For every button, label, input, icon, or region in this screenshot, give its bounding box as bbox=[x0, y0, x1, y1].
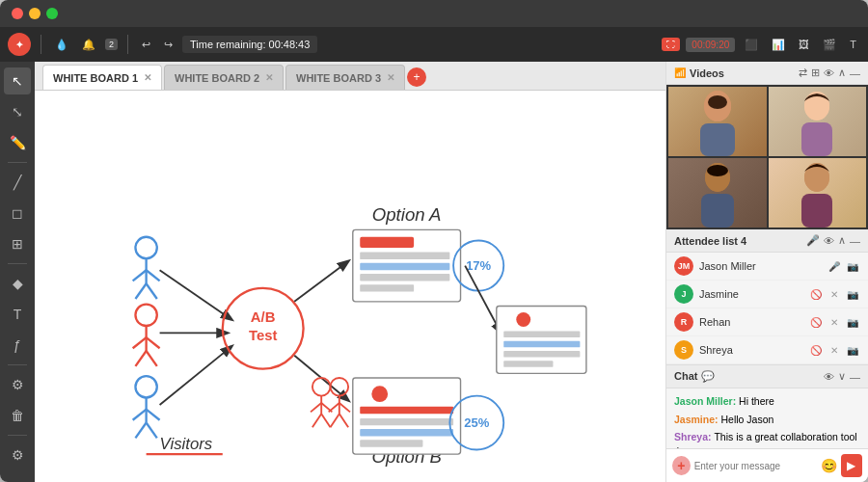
videos-grid-icon[interactable]: ⊞ bbox=[811, 67, 820, 79]
eraser-tool[interactable]: ◆ bbox=[4, 270, 31, 297]
lasso-tool[interactable]: ⤡ bbox=[4, 98, 31, 125]
svg-rect-41 bbox=[503, 332, 580, 338]
toolbar-icon-5[interactable]: T bbox=[846, 37, 860, 52]
chat-input-bar: + 😊 ▶ bbox=[666, 448, 868, 482]
cam-mute-icon-3[interactable]: ✕ bbox=[827, 314, 842, 330]
cam-mute-icon-2[interactable]: ✕ bbox=[827, 286, 842, 302]
attendee-item-3: R Rehan 🚫 ✕ 📷 bbox=[666, 308, 868, 336]
mic-mute-icon-4[interactable]: 🚫 bbox=[808, 342, 824, 358]
attendee-controls-2: 🚫 ✕ 📷 bbox=[808, 286, 860, 302]
settings-tool[interactable]: ⚙ bbox=[4, 371, 31, 398]
help-tool[interactable]: ⚙ bbox=[4, 442, 31, 469]
grid-tool[interactable]: ⊞ bbox=[4, 230, 31, 257]
chat-sender-2: Jasmine: bbox=[674, 414, 720, 425]
bell-icon[interactable]: 🔔 bbox=[78, 37, 99, 53]
chat-emoji-icon[interactable]: 😊 bbox=[821, 458, 837, 473]
chat-messages: Jason Miller: Hi there Jasmine: Hello Ja… bbox=[666, 388, 868, 448]
tabs-bar: WHITE BOARD 1 ✕ WHITE BOARD 2 ✕ WHITE BO… bbox=[35, 62, 665, 91]
svg-rect-50 bbox=[360, 429, 453, 436]
attendee-mic-icon[interactable]: 🎤 bbox=[806, 234, 820, 247]
chat-message-3: Shreya: This is a great collaboration to… bbox=[674, 430, 860, 448]
toolbar-icon-3[interactable]: 🖼 bbox=[795, 37, 813, 52]
attendee-name-3: Rehan bbox=[699, 316, 802, 328]
attendee-expand-icon[interactable]: ∧ bbox=[838, 234, 846, 247]
chat-text-2: Hello Jason bbox=[720, 414, 773, 425]
videos-shuffle-icon[interactable]: ⇄ bbox=[799, 67, 807, 79]
chat-section: Chat 💬 👁 ∨ — Jason Miller: Hi there Jasm… bbox=[666, 365, 868, 482]
text-tool[interactable]: T bbox=[4, 301, 31, 328]
attendee-list: Attendee list 4 🎤 👁 ∧ — JM Jason Miller … bbox=[666, 229, 868, 365]
chat-label: Chat 💬 bbox=[674, 370, 820, 383]
attendee-name-1: Jason Miller bbox=[699, 260, 821, 272]
chat-sender-3: Shreya: bbox=[674, 431, 714, 442]
curve-tool[interactable]: ƒ bbox=[4, 332, 31, 359]
chat-message-1: Jason Miller: Hi there bbox=[674, 394, 860, 409]
attendee-item-2: J Jasmine 🚫 ✕ 📷 bbox=[666, 281, 868, 308]
tab-close-3[interactable]: ✕ bbox=[387, 72, 394, 83]
attendee-controls-3: 🚫 ✕ 📷 bbox=[808, 314, 860, 330]
chat-add-button[interactable]: + bbox=[672, 456, 691, 475]
cam-mute-icon-4[interactable]: ✕ bbox=[827, 342, 842, 358]
svg-rect-67 bbox=[700, 123, 735, 156]
delete-tool[interactable]: 🗑 bbox=[4, 402, 31, 429]
chat-eye-icon[interactable]: 👁 bbox=[824, 371, 834, 383]
water-icon[interactable]: 💧 bbox=[51, 37, 72, 53]
attendee-eye-icon[interactable]: 👁 bbox=[824, 235, 834, 247]
tab-close-2[interactable]: ✕ bbox=[265, 72, 273, 83]
cam-icon-1[interactable]: 📷 bbox=[845, 258, 860, 274]
minimize-button[interactable] bbox=[29, 8, 41, 19]
select-tool[interactable]: ↖ bbox=[4, 67, 31, 94]
toolbar-icon-2[interactable]: 📊 bbox=[768, 37, 789, 53]
tab-close-1[interactable]: ✕ bbox=[144, 72, 151, 83]
redo-button[interactable]: ↪ bbox=[160, 37, 176, 53]
cam-icon-4[interactable]: 📷 bbox=[845, 342, 860, 358]
tab-whiteboard-2[interactable]: WHITE BOARD 2 ✕ bbox=[164, 65, 284, 90]
video-thumb-4 bbox=[769, 158, 867, 228]
attendee-item-1: JM Jason Miller 🎤 📷 bbox=[666, 253, 868, 281]
videos-header: 📶 Videos ⇄ ⊞ 👁 ∧ — bbox=[666, 62, 868, 85]
mic-mute-icon-2[interactable]: 🚫 bbox=[808, 286, 824, 302]
svg-point-69 bbox=[708, 95, 727, 109]
pen-tool[interactable]: ✏️ bbox=[4, 129, 31, 156]
mic-icon-1[interactable]: 🎤 bbox=[827, 258, 842, 274]
main-area: ↖ ⤡ ✏️ ╱ ◻ ⊞ ◆ T ƒ ⚙ 🗑 ⚙ WHITE BOARD 1 ✕ bbox=[0, 62, 868, 482]
svg-rect-42 bbox=[503, 341, 580, 348]
videos-expand-icon[interactable]: ∧ bbox=[838, 67, 846, 79]
videos-label: Videos bbox=[690, 67, 795, 79]
tab-whiteboard-1[interactable]: WHITE BOARD 1 ✕ bbox=[42, 65, 162, 90]
toolbar-icon-1[interactable]: ⬛ bbox=[741, 37, 762, 53]
svg-rect-51 bbox=[360, 440, 422, 446]
attendee-collapse-icon[interactable]: — bbox=[850, 235, 860, 247]
svg-rect-31 bbox=[360, 237, 414, 248]
tool-separator-1 bbox=[8, 162, 27, 163]
svg-text:25%: 25% bbox=[464, 415, 489, 430]
add-tab-button[interactable]: + bbox=[407, 67, 426, 87]
cam-icon-3[interactable]: 📷 bbox=[845, 314, 860, 330]
chat-collapse-icon[interactable]: — bbox=[850, 371, 860, 383]
shape-tool[interactable]: ◻ bbox=[4, 200, 31, 227]
chat-input-field[interactable] bbox=[694, 461, 817, 471]
cam-icon-2[interactable]: 📷 bbox=[845, 286, 860, 302]
svg-rect-34 bbox=[360, 274, 449, 281]
svg-rect-32 bbox=[360, 253, 449, 259]
close-button[interactable] bbox=[12, 8, 23, 19]
mic-mute-icon-3[interactable]: 🚫 bbox=[808, 314, 824, 330]
tool-separator-2 bbox=[8, 263, 27, 264]
undo-button[interactable]: ↩ bbox=[138, 37, 154, 53]
toolbar-icon-4[interactable]: 🎬 bbox=[819, 37, 840, 53]
svg-point-47 bbox=[371, 386, 388, 402]
attendee-badge-3: R bbox=[674, 312, 693, 332]
whiteboard-canvas[interactable]: Visitors bbox=[35, 91, 665, 482]
videos-eye-icon[interactable]: 👁 bbox=[824, 67, 834, 79]
line-tool[interactable]: ╱ bbox=[4, 169, 31, 196]
tool-panel: ↖ ⤡ ✏️ ╱ ◻ ⊞ ◆ T ƒ ⚙ 🗑 ⚙ bbox=[0, 62, 35, 482]
svg-text:Option A: Option A bbox=[372, 204, 442, 225]
fullscreen-icon[interactable]: ⛶ bbox=[662, 38, 680, 51]
chat-expand-icon[interactable]: ∨ bbox=[838, 370, 846, 383]
chat-header: Chat 💬 👁 ∨ — bbox=[666, 365, 868, 388]
tab-whiteboard-3[interactable]: WHITE BOARD 3 ✕ bbox=[285, 65, 405, 90]
videos-collapse-icon[interactable]: — bbox=[850, 67, 860, 79]
maximize-button[interactable] bbox=[46, 8, 58, 19]
toolbar: ✦ 💧 🔔 2 ↩ ↪ Time remaining: 00:48:43 ⛶ 0… bbox=[0, 27, 868, 62]
chat-send-button[interactable]: ▶ bbox=[841, 454, 862, 477]
